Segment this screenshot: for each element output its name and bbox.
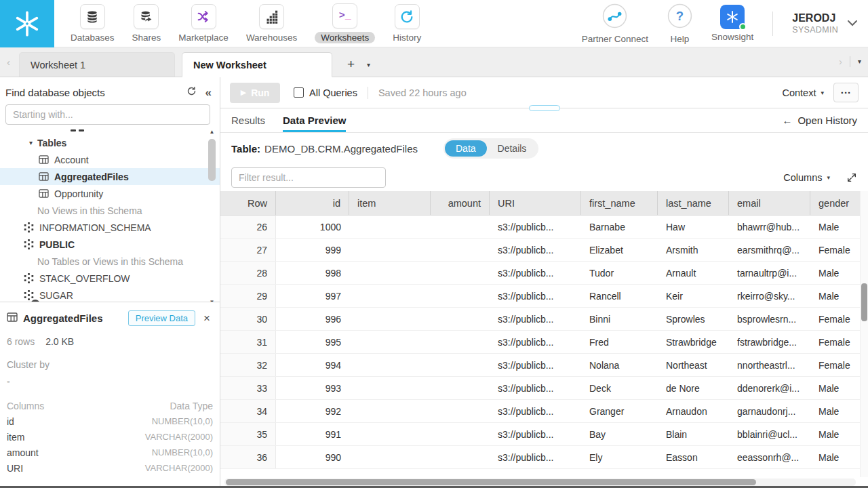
cell[interactable]: Male <box>810 262 860 284</box>
row-number[interactable]: 27 <box>220 239 276 261</box>
cell[interactable]: 994 <box>276 354 349 376</box>
cell[interactable]: s3://publicb... <box>490 400 581 422</box>
cell[interactable]: fstrawbridge... <box>729 331 810 353</box>
cell[interactable] <box>349 216 431 238</box>
cell[interactable]: Binni <box>581 308 658 330</box>
cell[interactable]: Female <box>810 331 860 353</box>
cell[interactable] <box>431 400 490 422</box>
column-header-last-name[interactable]: last_name <box>658 191 729 215</box>
cell[interactable]: 996 <box>276 308 349 330</box>
user-menu[interactable]: JERODJ SYSADMIN <box>792 12 857 34</box>
cell[interactable]: Fred <box>581 331 658 353</box>
cell[interactable]: 992 <box>276 400 349 422</box>
tab-data-preview[interactable]: Data Preview <box>283 108 346 132</box>
cell[interactable] <box>431 377 490 399</box>
cell[interactable]: Female <box>810 239 860 261</box>
cell[interactable]: Arnaudon <box>658 400 729 422</box>
close-icon[interactable]: × <box>203 312 210 324</box>
row-number[interactable]: 34 <box>220 400 276 422</box>
cell[interactable] <box>431 446 490 468</box>
cell[interactable]: Male <box>810 423 860 445</box>
cell[interactable]: Male <box>810 216 860 238</box>
columns-dropdown[interactable]: Columns▾ <box>783 172 830 183</box>
nav-item-help[interactable]: ?Help <box>667 3 692 44</box>
nav-item-databases[interactable]: Databases <box>71 4 115 43</box>
run-button[interactable]: ▶ Run <box>230 83 280 103</box>
cell[interactable] <box>431 239 490 261</box>
cell[interactable]: rkeirro@sky... <box>729 285 810 307</box>
cell[interactable]: Granger <box>581 400 658 422</box>
cell[interactable] <box>349 308 431 330</box>
cell[interactable]: Male <box>810 400 860 422</box>
cell[interactable]: s3://publicb... <box>490 216 581 238</box>
cell[interactable]: s3://publicb... <box>490 262 581 284</box>
column-header-item[interactable]: item <box>349 191 431 215</box>
worksheet-tab-new-worksheet[interactable]: New Worksheet <box>182 52 332 77</box>
table-row[interactable]: 35991s3://publicb...BayBlainbblainri@ucl… <box>220 423 860 446</box>
column-header-amount[interactable]: amount <box>431 191 490 215</box>
nav-item-shares[interactable]: Shares <box>132 4 161 43</box>
cell[interactable]: Northeast <box>658 354 729 376</box>
cell[interactable] <box>431 285 490 307</box>
cell[interactable]: 999 <box>276 239 349 261</box>
cell[interactable]: Nolana <box>581 354 658 376</box>
tab-scroll-right-icon[interactable]: › <box>839 56 842 67</box>
nav-item-snowsight[interactable]: Snowsight <box>711 5 753 42</box>
cell[interactable]: Keir <box>658 285 729 307</box>
table-row[interactable]: 31995s3://publicb...FredStrawbridgefstra… <box>220 331 860 354</box>
row-number[interactable]: 33 <box>220 377 276 399</box>
nav-item-warehouses[interactable]: Warehouses <box>246 4 297 43</box>
cell[interactable]: Arsmith <box>658 239 729 261</box>
column-header-first-name[interactable]: first_name <box>581 191 658 215</box>
cell[interactable]: Rancell <box>581 285 658 307</box>
filter-input[interactable] <box>231 167 386 188</box>
nav-item-partner-connect[interactable]: Partner Connect <box>582 3 648 44</box>
column-header-email[interactable]: email <box>729 191 810 215</box>
cell[interactable]: Male <box>810 377 860 399</box>
tree-scrollbar-thumb[interactable] <box>208 139 216 181</box>
table-row[interactable]: 36990s3://publicb...ElyEassoneeassonrh@.… <box>220 446 860 469</box>
cell[interactable] <box>349 354 431 376</box>
cell[interactable]: Male <box>810 446 860 468</box>
cell[interactable]: s3://publicb... <box>490 446 581 468</box>
toggle-details[interactable]: Details <box>487 140 538 157</box>
tree-item-information-schema[interactable]: INFORMATION_SCHEMA <box>0 219 220 236</box>
column-header-id[interactable]: id <box>276 191 349 215</box>
cell[interactable]: Deck <box>581 377 658 399</box>
row-number[interactable]: 32 <box>220 354 276 376</box>
snowflake-logo[interactable] <box>0 0 54 47</box>
cell[interactable]: Tudor <box>581 262 658 284</box>
table-row[interactable]: 34992s3://publicb...GrangerArnaudongarna… <box>220 400 860 423</box>
cell[interactable]: Haw <box>658 216 729 238</box>
cell[interactable]: Ely <box>581 446 658 468</box>
new-worksheet-button[interactable]: + <box>347 58 355 70</box>
context-dropdown[interactable]: Context▾ <box>782 87 824 98</box>
row-number[interactable]: 26 <box>220 216 276 238</box>
cell[interactable]: 995 <box>276 331 349 353</box>
tree-item-opportunity[interactable]: Opportunity <box>0 185 220 202</box>
cell[interactable]: Arnault <box>658 262 729 284</box>
cell[interactable]: bblainri@ucl... <box>729 423 810 445</box>
cell[interactable]: Bay <box>581 423 658 445</box>
search-input[interactable] <box>5 104 210 125</box>
table-row[interactable]: 27999s3://publicb...ElizabetArsmithearsm… <box>220 239 860 262</box>
tree-item-aggregatedfiles[interactable]: AggregatedFiles <box>0 168 220 185</box>
cell[interactable]: Sprowles <box>658 308 729 330</box>
tree-item-public[interactable]: PUBLIC <box>0 236 220 253</box>
tree-item-account[interactable]: Account <box>0 151 220 168</box>
cell[interactable]: s3://publicb... <box>490 331 581 353</box>
column-header-uri[interactable]: URI <box>490 191 581 215</box>
cell[interactable]: Easson <box>658 446 729 468</box>
cell[interactable]: Elizabet <box>581 239 658 261</box>
table-row[interactable]: 32994s3://publicb...NolanaNortheastnnort… <box>220 354 860 377</box>
row-number[interactable]: 28 <box>220 262 276 284</box>
cell[interactable]: bhawrr@hub... <box>729 216 810 238</box>
cell[interactable]: s3://publicb... <box>490 423 581 445</box>
cell[interactable] <box>349 262 431 284</box>
cell[interactable] <box>349 423 431 445</box>
cell[interactable] <box>349 400 431 422</box>
cell[interactable]: earsmithrq@... <box>729 239 810 261</box>
cell[interactable] <box>349 285 431 307</box>
nav-item-history[interactable]: History <box>393 4 421 43</box>
cell[interactable]: 991 <box>276 423 349 445</box>
